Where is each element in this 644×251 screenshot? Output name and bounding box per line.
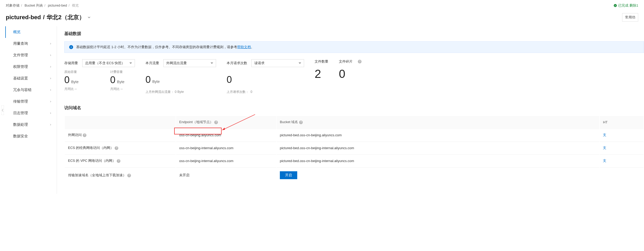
table-row: 传输加速域名（全地域上传下载加速）?未开启开启 (65, 167, 643, 183)
sidebar-item-6[interactable]: 传输管理 (5, 96, 57, 107)
domain-table: Endpoint（地域节点）? Bucket 域名? HT 外网访问?oss-c… (64, 116, 644, 183)
alert-text: 基础数据统计平均延迟 1-2 小时。不作为计量数据，仅作参考。不同存储类型的存储… (76, 45, 237, 49)
files-value: 2 (315, 68, 321, 80)
stat-traffic: 本月流量 外网流出流量 0Byte 上月外网流出流量： 0 Byte (145, 59, 216, 94)
requests-select[interactable]: 读请求 (251, 59, 304, 67)
frequent-functions-button[interactable]: 常用功 (622, 13, 638, 22)
svg-point-0 (614, 4, 617, 7)
bucket-domain-cell: pictured-bed.oss-cn-beijing.aliyuncs.com (277, 129, 599, 141)
chevron-right-icon (49, 112, 52, 114)
sidebar-item-label: 基础设置 (13, 76, 28, 81)
sidebar-item-8[interactable]: 数据处理 (5, 119, 57, 130)
sidebar-item-0[interactable]: 概览 (5, 26, 57, 38)
svg-rect-4 (71, 47, 71, 48)
info-icon (69, 45, 74, 49)
bucket-domain-cell: pictured-bed.oss-cn-beijing-internal.ali… (277, 142, 599, 154)
endpoint-cell: oss-cn-beijing-internal.aliyuncs.com (176, 154, 276, 167)
row-action[interactable]: 支 (603, 146, 606, 150)
breadcrumb-bucket-list[interactable]: Bucket 列表 (25, 3, 43, 7)
page-title: pictured-bed/华北2（北京） (6, 13, 91, 21)
help-icon[interactable]: ? (83, 133, 86, 137)
help-icon[interactable]: ? (127, 174, 131, 177)
sidebar-item-5[interactable]: 冗余与容错 (5, 84, 57, 96)
sidebar-item-label: 概览 (13, 30, 21, 34)
storage-select[interactable]: 总用量（不含 ECS 快照） (82, 59, 135, 67)
storage-billed-value: 0 (110, 75, 115, 85)
bucket-domain-cell: pictured-bed.oss-cn-beijing-internal.ali… (277, 154, 599, 167)
row-action[interactable]: 支 (603, 133, 606, 137)
storage-raw-value: 0 (64, 75, 70, 85)
sidebar-item-2[interactable]: 文件管理 (5, 49, 57, 61)
sidebar-item-label: 用量查询 (13, 41, 28, 46)
table-row: ECS 的经典网络访问（内网）?oss-cn-beijing-internal.… (65, 142, 643, 154)
chevron-right-icon (49, 89, 52, 91)
requests-value: 0 (227, 75, 232, 84)
fragments-value: 0 (339, 68, 345, 80)
section-access-domain: 访问域名 (64, 101, 644, 116)
sidebar-item-label: 文件管理 (13, 53, 28, 58)
stat-fragments: 文件碎片? 0 (339, 59, 362, 94)
chevron-down-icon[interactable] (87, 15, 91, 19)
endpoint-cell: oss-cn-beijing-internal.aliyuncs.com (176, 142, 276, 154)
svg-point-3 (71, 46, 71, 47)
endpoint-cell: 未开启 (176, 167, 276, 183)
traffic-value: 0 (145, 75, 151, 84)
enable-button[interactable]: 开启 (280, 171, 297, 179)
chevron-right-icon (49, 100, 52, 103)
sidebar-item-4[interactable]: 基础设置 (5, 73, 57, 84)
chevron-right-icon (49, 54, 52, 57)
sidebar-item-label: 传输管理 (13, 99, 28, 104)
chevron-right-icon (49, 123, 52, 126)
breadcrumb-current: 概览 (72, 3, 79, 7)
sidebar-item-label: 数据处理 (13, 122, 28, 127)
help-doc-link[interactable]: 帮助文档 (237, 45, 251, 49)
status-tag: 已完成 删除1 (613, 3, 638, 8)
stat-requests: 本月请求次数 读请求 0 上月请求次数： 0 (227, 59, 304, 94)
info-alert: 基础数据统计平均延迟 1-2 小时。不作为计量数据，仅作参考。不同存储类型的存储… (64, 41, 644, 53)
sidebar-item-1[interactable]: 用量查询 (5, 38, 57, 49)
sidebar: 概览用量查询文件管理权限管理基础设置冗余与容错传输管理日志管理数据处理数据安全 (5, 26, 57, 194)
stat-storage: 存储用量 总用量（不含 ECS 快照） 原始容量 0Byte 月同比 -- 计费… (64, 59, 135, 94)
sidebar-item-label: 数据安全 (13, 134, 28, 139)
chevron-right-icon (49, 77, 52, 80)
sidebar-item-9[interactable]: 数据安全 (5, 130, 57, 142)
endpoint-cell: oss-cn-beijing.aliyuncs.com (176, 129, 276, 141)
breadcrumb: 对象存储/ Bucket 列表/ pictured-bed/ 概览 (6, 3, 79, 8)
row-action[interactable]: 支 (603, 159, 606, 163)
table-row: ECS 的 VPC 网络访问（内网）?oss-cn-beijing-intern… (65, 154, 643, 167)
traffic-select[interactable]: 外网流出流量 (163, 59, 216, 67)
sidebar-item-7[interactable]: 日志管理 (5, 107, 57, 119)
chevron-right-icon (49, 66, 52, 68)
breadcrumb-bucket[interactable]: pictured-bed (48, 3, 67, 7)
chevron-right-icon (49, 42, 52, 45)
sidebar-collapse-handle[interactable] (0, 26, 5, 194)
section-basic-data: 基础数据 (64, 26, 644, 41)
sidebar-item-label: 权限管理 (13, 64, 28, 69)
sidebar-item-3[interactable]: 权限管理 (5, 61, 57, 73)
stat-files: 文件数量 2 (315, 59, 328, 94)
table-row: 外网访问?oss-cn-beijing.aliyuncs.compictured… (65, 129, 643, 141)
help-icon[interactable]: ? (117, 159, 120, 163)
sidebar-item-label: 日志管理 (13, 111, 28, 116)
help-icon[interactable]: ? (358, 60, 362, 63)
breadcrumb-root[interactable]: 对象存储 (6, 3, 19, 7)
svg-rect-1 (1, 106, 4, 115)
help-icon[interactable]: ? (299, 121, 303, 124)
sidebar-item-label: 冗余与容错 (13, 88, 32, 92)
help-icon[interactable]: ? (115, 146, 118, 150)
check-circle-icon (613, 4, 617, 7)
help-icon[interactable]: ? (214, 121, 218, 124)
